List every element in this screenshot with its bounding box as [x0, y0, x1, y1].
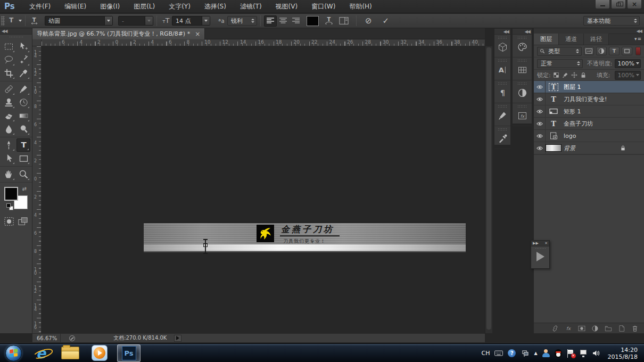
start-button[interactable]	[5, 345, 22, 361]
new-adjustment-layer-button[interactable]	[590, 324, 600, 333]
layer-name[interactable]: 金燕子刀坊	[564, 120, 593, 128]
taskbar-media-player[interactable]	[89, 344, 110, 362]
tool-zoom-tool[interactable]	[16, 168, 30, 181]
zoom-level-field[interactable]: 66.67%	[37, 335, 57, 341]
taskbar-file-explorer[interactable]	[60, 344, 80, 362]
screen-mode-button[interactable]	[18, 217, 28, 226]
panel-menu-icon[interactable]: ▾≡	[634, 36, 642, 42]
layer-row[interactable]: T刀具我们更专业!	[534, 93, 644, 105]
layer-name[interactable]: 矩形 1	[564, 108, 581, 116]
adjustments-panel-button[interactable]	[515, 86, 529, 100]
tool-eraser-tool[interactable]	[2, 109, 15, 122]
visibility-eye-icon[interactable]	[534, 130, 546, 142]
menu-item[interactable]: 帮助(H)	[342, 0, 378, 13]
dropdown-arrow-icon[interactable]	[104, 17, 112, 25]
cancel-edit-button[interactable]: ⊘	[360, 16, 377, 26]
layer-thumbnail[interactable]: T	[546, 83, 562, 91]
layer-thumbnail[interactable]	[546, 131, 562, 140]
layer-row[interactable]: 矩形 1	[534, 105, 644, 118]
scrollbar-thumb[interactable]	[486, 47, 491, 330]
visibility-eye-icon[interactable]	[534, 105, 546, 117]
menu-item[interactable]: 文件(F)	[22, 0, 57, 13]
filter-adjustment-layers-button[interactable]	[596, 47, 607, 55]
expand-panels-button[interactable]: ◀◀	[513, 29, 532, 35]
3d-panel-button[interactable]	[496, 40, 509, 54]
layer-row[interactable]: T图层 1	[534, 81, 644, 93]
lock-position-button[interactable]	[571, 71, 578, 79]
swatches-panel-button[interactable]	[515, 63, 529, 77]
tool-brush-tool[interactable]	[16, 83, 30, 96]
brush-presets-panel-button[interactable]	[496, 109, 509, 122]
canvas-pasteboard[interactable]: 金燕子刀坊 刀具我们更专业！	[42, 46, 485, 333]
fill-field[interactable]: 100%	[615, 71, 641, 80]
tool-rectangular-marquee-tool[interactable]	[2, 40, 15, 53]
tool-crop-tool[interactable]	[2, 67, 15, 80]
menu-item[interactable]: 图像(I)	[93, 0, 127, 13]
expand-panels-button[interactable]: ◀◀	[494, 29, 510, 35]
taskbar-clock[interactable]: 14:20 2015/8/18	[608, 347, 638, 360]
layer-name[interactable]: 图层 1	[564, 83, 581, 91]
action-center-flag-icon[interactable]: ✕	[567, 349, 574, 358]
type-tool-preset-icon[interactable]: T	[7, 15, 22, 27]
swap-colors-icon[interactable]: ⇄	[22, 186, 27, 192]
add-mask-button[interactable]	[577, 324, 587, 333]
paragraph-panel-button[interactable]: ¶	[496, 86, 509, 100]
commit-edit-button[interactable]: ✓	[377, 16, 395, 26]
qq-penguin-icon[interactable]	[555, 349, 562, 358]
layer-filtering-toggle[interactable]	[635, 47, 641, 55]
warp-text-icon[interactable]: T	[323, 15, 335, 27]
tray-widget-icon[interactable]	[521, 349, 529, 358]
color-panel-button[interactable]	[515, 40, 529, 54]
dropdown-arrow-icon[interactable]	[202, 17, 210, 25]
tool-magic-wand-tool[interactable]	[16, 53, 30, 67]
tool-lasso-tool[interactable]	[2, 53, 15, 67]
tool-type-tool[interactable]: T	[16, 138, 30, 152]
text-color-swatch[interactable]	[307, 16, 319, 26]
taskbar-photoshop-active[interactable]: Ps	[117, 344, 141, 362]
tool-blur-tool[interactable]	[2, 122, 15, 136]
align-right-button[interactable]	[290, 15, 302, 27]
help-icon[interactable]: ?	[508, 349, 516, 357]
character-panel-button[interactable]: A	[496, 63, 509, 77]
panel-expand-icon[interactable]: ▶▶	[533, 241, 539, 245]
layer-row[interactable]: logo	[534, 130, 644, 142]
menu-item[interactable]: 视图(V)	[269, 0, 305, 13]
menu-item[interactable]: 滤镜(T)	[233, 0, 269, 13]
keyboard-icon[interactable]	[494, 349, 503, 358]
panel-tab[interactable]: 路径	[584, 34, 609, 45]
tool-healing-brush-tool[interactable]	[2, 83, 15, 96]
canvas-artwork-banner[interactable]: 金燕子刀坊 刀具我们更专业！	[144, 222, 466, 252]
opacity-field[interactable]: 100%	[615, 59, 641, 68]
tool-presets-panel-button[interactable]	[496, 131, 509, 145]
layer-thumbnail[interactable]: T	[546, 120, 562, 127]
font-size-select[interactable]: 14 点	[172, 16, 210, 26]
foreground-color-swatch[interactable]	[4, 187, 18, 201]
filter-type-select[interactable]: 类型	[537, 47, 582, 56]
layer-name[interactable]: logo	[564, 133, 576, 139]
visibility-eye-icon[interactable]	[534, 81, 546, 93]
menu-item[interactable]: 图层(L)	[127, 0, 162, 13]
panel-tab[interactable]: 图层	[534, 34, 559, 45]
layer-row[interactable]: T金燕子刀坊	[534, 118, 644, 130]
visibility-eye-icon[interactable]	[534, 118, 546, 129]
styles-panel-button[interactable]: fx	[515, 109, 529, 122]
status-options-button[interactable]	[174, 335, 181, 342]
menu-item[interactable]: 选择(S)	[197, 0, 233, 13]
filter-pixel-layers-button[interactable]	[584, 47, 595, 55]
document-tab[interactable]: 导航条背景.jpg @ 66.7% (刀具我们更专业！, RGB/8#) * ×	[32, 28, 205, 39]
volume-icon[interactable]	[592, 349, 601, 358]
tool-eyedropper-tool[interactable]	[16, 67, 30, 80]
tool-dodge-tool[interactable]	[16, 122, 30, 136]
close-button[interactable]: ×	[627, 0, 642, 9]
tool-history-brush-tool[interactable]	[16, 96, 30, 109]
lock-all-button[interactable]	[580, 71, 587, 79]
filter-shape-layers-button[interactable]	[622, 47, 632, 55]
layer-thumbnail[interactable]	[546, 144, 562, 152]
options-grip[interactable]	[1, 16, 5, 26]
filter-type-layers-button[interactable]: T	[609, 47, 620, 55]
layer-name[interactable]: 背景	[564, 144, 575, 152]
tools-collapse-button[interactable]: ◀◀	[0, 28, 32, 35]
tool-gradient-tool[interactable]	[16, 109, 30, 122]
show-hidden-icons-button[interactable]: ▲	[534, 351, 537, 356]
layer-thumbnail[interactable]	[546, 108, 562, 115]
